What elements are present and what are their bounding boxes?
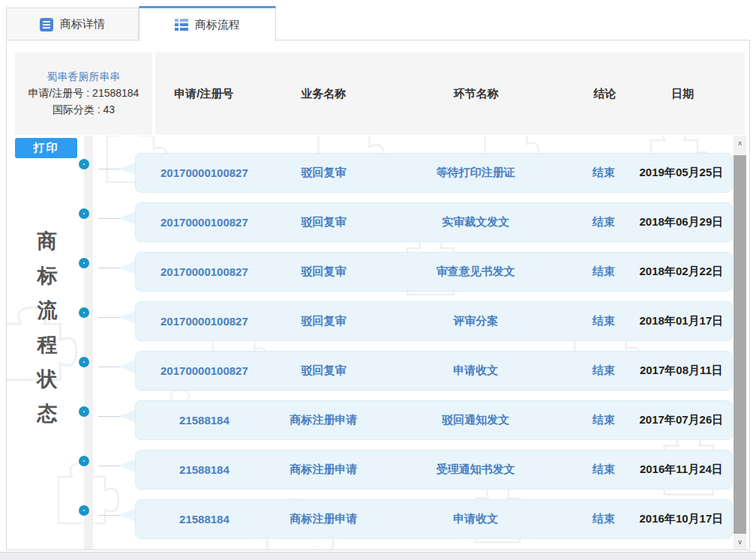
cell-conclusion: 结束 bbox=[577, 512, 631, 526]
flow-status-char: 程 bbox=[38, 328, 58, 362]
header-cell: 日期 bbox=[632, 87, 734, 101]
tab-trademark-flow[interactable]: 商标流程 bbox=[139, 6, 276, 41]
flow-status-char: 状 bbox=[38, 362, 58, 397]
header-cell: 申请/注册号 bbox=[135, 87, 273, 101]
trademark-flow-page: 商标详情 商标流程 蜀串香厕所串串 申请/注册号 : 21588184 国际分类… bbox=[0, 0, 756, 560]
scrollbar-thumb[interactable] bbox=[734, 155, 746, 534]
table-row: 20170000100827驳回复审申请收文结束2017年08月11日 bbox=[135, 351, 733, 391]
cell-conclusion: 结束 bbox=[577, 215, 631, 229]
bubble-arrow bbox=[119, 459, 136, 472]
cell-date: 2016年10月17日 bbox=[631, 512, 732, 526]
cell-business-name: 驳回复审 bbox=[273, 215, 374, 229]
timeline-node bbox=[79, 357, 89, 367]
cell-conclusion: 结束 bbox=[577, 364, 631, 378]
flow-status-char: 流 bbox=[38, 293, 58, 328]
flow-status-vertical-label: 商标流程状态 bbox=[34, 224, 60, 431]
timeline-node bbox=[79, 208, 89, 219]
cell-date: 2017年08月11日 bbox=[631, 364, 732, 378]
table-row: 20170000100827驳回复审等待打印注册证结束2019年05月25日 bbox=[135, 153, 733, 193]
bubble-arrow bbox=[119, 310, 136, 324]
registration-number-line: 申请/注册号 : 21588184 bbox=[28, 87, 140, 100]
cell-date: 2018年01月17日 bbox=[631, 314, 732, 328]
cell-conclusion: 结束 bbox=[577, 463, 631, 477]
cell-app-no[interactable]: 21588184 bbox=[136, 463, 273, 476]
cell-step-name: 申请收文 bbox=[374, 364, 577, 378]
cell-date: 2019年05月25日 bbox=[631, 166, 732, 180]
vertical-scrollbar[interactable]: ∧ ∨ bbox=[734, 136, 746, 550]
table-row: 21588184商标注册申请驳回通知发文结束2017年07月26日 bbox=[135, 400, 733, 440]
cell-date: 2016年11月24日 bbox=[631, 463, 732, 477]
tab-trademark-details[interactable]: 商标详情 bbox=[6, 7, 139, 40]
document-icon bbox=[40, 18, 53, 31]
cell-step-name: 审查意见书发文 bbox=[374, 265, 577, 279]
flow-status-char: 态 bbox=[38, 397, 58, 431]
cell-business-name: 驳回复审 bbox=[273, 265, 374, 279]
bubble-arrow bbox=[119, 261, 136, 274]
timeline-node bbox=[79, 505, 89, 516]
cell-business-name: 驳回复审 bbox=[273, 364, 374, 378]
cell-date: 2018年02月22日 bbox=[631, 265, 732, 279]
cell-conclusion: 结束 bbox=[577, 413, 631, 427]
print-button[interactable]: 打印 bbox=[15, 138, 77, 158]
flow-status-char: 标 bbox=[38, 259, 58, 293]
timeline-node bbox=[79, 159, 89, 169]
bubble-arrow bbox=[119, 162, 136, 175]
cell-app-no[interactable]: 20170000100827 bbox=[136, 166, 273, 179]
cell-business-name: 驳回复审 bbox=[273, 166, 374, 180]
cell-step-name: 受理通知书发文 bbox=[374, 463, 577, 477]
table-row: 20170000100827驳回复审评审分案结束2018年01月17日 bbox=[135, 301, 733, 341]
cell-step-name: 评审分案 bbox=[374, 314, 577, 328]
cell-date: 2018年06月29日 bbox=[631, 215, 732, 229]
scroll-up-icon[interactable]: ∧ bbox=[734, 136, 746, 151]
cell-app-no[interactable]: 21588184 bbox=[136, 513, 273, 526]
table-row: 21588184商标注册申请申请收文结束2016年10月17日 bbox=[135, 499, 733, 539]
timeline-node bbox=[79, 258, 89, 268]
horizontal-scrollbar[interactable] bbox=[0, 552, 756, 560]
cell-business-name: 驳回复审 bbox=[273, 314, 374, 328]
cell-app-no[interactable]: 20170000100827 bbox=[136, 315, 273, 328]
bubble-arrow bbox=[119, 211, 136, 225]
bubble-arrow bbox=[119, 360, 136, 373]
international-class-line: 国际分类 : 43 bbox=[52, 103, 115, 117]
cell-step-name: 等待打印注册证 bbox=[374, 166, 577, 180]
cell-app-no[interactable]: 20170000100827 bbox=[136, 364, 273, 377]
timeline-node bbox=[79, 406, 89, 417]
cell-conclusion: 结束 bbox=[577, 166, 631, 180]
cell-step-name: 实审裁文发文 bbox=[374, 215, 577, 229]
cell-step-name: 驳回通知发文 bbox=[374, 413, 577, 427]
flow-list-area: 商标流程状态 20170000100827驳回复审等待打印注册证结束2019年0… bbox=[7, 136, 734, 550]
cell-app-no[interactable]: 20170000100827 bbox=[136, 216, 273, 229]
table-header: 申请/注册号业务名称环节名称结论日期 bbox=[135, 52, 734, 135]
trademark-name: 蜀串香厕所串串 bbox=[47, 70, 121, 84]
table-row: 20170000100827驳回复审实审裁文发文结束2018年06月29日 bbox=[135, 202, 733, 242]
list-icon bbox=[175, 18, 188, 31]
cell-business-name: 商标注册申请 bbox=[273, 463, 374, 477]
cell-date: 2017年07月26日 bbox=[631, 413, 732, 427]
cell-conclusion: 结束 bbox=[577, 265, 631, 279]
cell-business-name: 商标注册申请 bbox=[273, 512, 374, 526]
trademark-info-panel: 蜀串香厕所串串 申请/注册号 : 21588184 国际分类 : 43 bbox=[15, 52, 152, 135]
table-row: 20170000100827驳回复审审查意见书发文结束2018年02月22日 bbox=[135, 252, 733, 292]
cell-app-no[interactable]: 20170000100827 bbox=[136, 265, 273, 278]
bubble-arrow bbox=[119, 409, 136, 423]
flow-status-char: 商 bbox=[38, 224, 58, 259]
table-row: 21588184商标注册申请受理通知书发文结束2016年11月24日 bbox=[135, 450, 733, 490]
cell-conclusion: 结束 bbox=[577, 314, 631, 328]
header-cell: 业务名称 bbox=[273, 87, 375, 101]
cell-step-name: 申请收文 bbox=[374, 512, 577, 526]
cell-business-name: 商标注册申请 bbox=[273, 413, 374, 427]
timeline-node bbox=[79, 456, 89, 466]
scroll-down-icon[interactable]: ∨ bbox=[734, 535, 746, 550]
header-cell: 环节名称 bbox=[374, 87, 578, 101]
timeline-node bbox=[79, 307, 89, 318]
bubble-arrow bbox=[119, 508, 136, 522]
timeline-track bbox=[84, 136, 93, 550]
tab-label: 商标流程 bbox=[195, 18, 240, 32]
header-cell: 结论 bbox=[578, 87, 632, 101]
cell-app-no[interactable]: 21588184 bbox=[136, 414, 273, 427]
tab-label: 商标详情 bbox=[60, 17, 105, 31]
